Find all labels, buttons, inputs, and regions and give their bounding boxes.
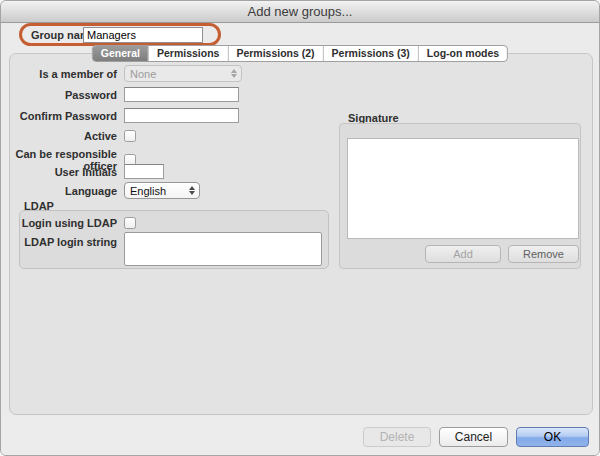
tab-general[interactable]: General [93,46,148,61]
confirm-password-input[interactable] [124,108,239,123]
window-title: Add new groups... [248,4,353,19]
user-initials-label: User Initials [11,166,117,178]
member-of-popup: None [124,65,242,82]
tab-permissions-2[interactable]: Permissions (2) [227,46,322,61]
title-bar: Add new groups... [1,1,599,23]
ok-button[interactable]: OK [516,427,589,447]
language-value: English [130,185,166,197]
ldap-login-string-row: LDAP login string [11,232,322,266]
delete-button: Delete [363,427,431,447]
password-label: Password [11,89,117,101]
login-using-ldap-checkbox[interactable] [124,217,136,229]
login-using-ldap-label: Login using LDAP [11,217,117,229]
confirm-password-label: Confirm Password [11,110,117,122]
user-initials-row: User Initials [11,164,164,179]
cancel-button[interactable]: Cancel [439,427,508,447]
footer-area [1,416,599,456]
tab-permissions[interactable]: Permissions [148,46,227,61]
ldap-login-string-label: LDAP login string [11,232,117,248]
confirm-password-row: Confirm Password [11,108,239,123]
language-row: Language English [11,182,200,199]
member-of-value: None [130,68,156,80]
password-row: Password [11,87,239,102]
tab-permissions-3[interactable]: Permissions (3) [323,46,418,61]
member-of-label: Is a member of [11,68,117,80]
user-initials-input[interactable] [124,164,164,179]
tab-log-on-modes[interactable]: Log-on modes [418,46,507,61]
signature-add-button: Add [425,245,501,263]
login-using-ldap-row: Login using LDAP [11,217,136,229]
active-row: Active [11,130,136,142]
member-of-row: Is a member of None [11,65,242,82]
signature-remove-button[interactable]: Remove [508,245,579,263]
tab-bar: General Permissions Permissions (2) Perm… [92,45,508,62]
active-label: Active [11,130,117,142]
group-name-input[interactable] [83,27,203,43]
language-label: Language [11,185,117,197]
add-new-groups-dialog: Add new groups... Group name General Per… [0,0,600,456]
stepper-icon [189,186,195,195]
stepper-icon [231,69,237,78]
signature-image-well[interactable] [347,138,579,239]
password-input[interactable] [124,87,239,102]
active-checkbox[interactable] [124,130,136,142]
language-popup[interactable]: English [124,182,200,199]
ldap-login-string-textarea[interactable] [124,232,322,266]
